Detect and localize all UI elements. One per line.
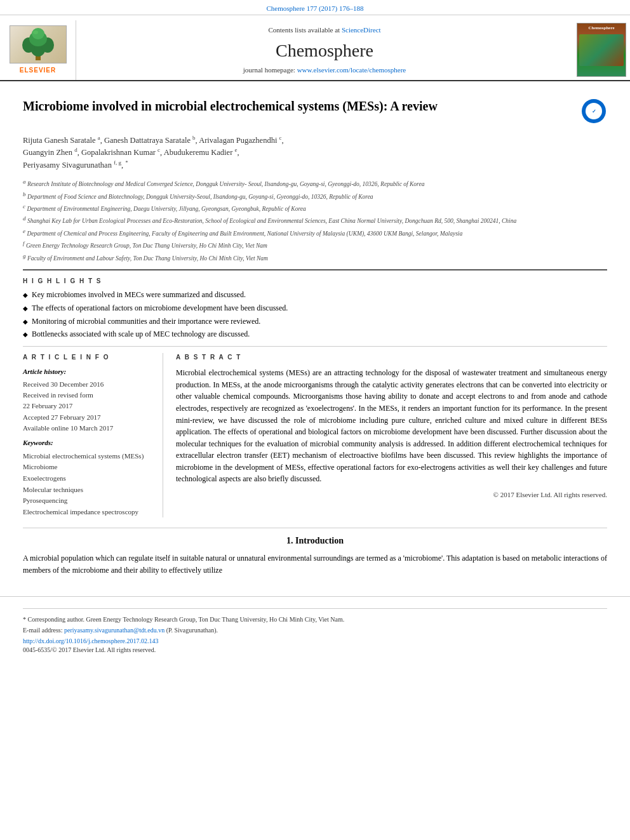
divider-after-affiliations <box>23 269 607 270</box>
keyword-2: Microbiome <box>23 462 150 473</box>
highlight-4: ◆ Bottlenecks associated with scale up o… <box>23 329 607 340</box>
page-footer: * Corresponding author. Green Energy Tec… <box>0 596 630 662</box>
highlights-label: H I G H L I G H T S <box>23 277 607 286</box>
bullet-icon-2: ◆ <box>23 304 28 313</box>
homepage-label: journal homepage: <box>243 66 295 74</box>
doi-link[interactable]: http://dx.doi.org/10.1016/j.chemosphere.… <box>23 637 158 644</box>
highlight-text-1: Key microbiomes involved in MECs were su… <box>32 290 246 300</box>
science-direct-line: Contents lists available at ScienceDirec… <box>268 25 380 35</box>
abstract-col: A B S T R A C T Microbial electrochemica… <box>176 353 607 517</box>
corresponding-note-text: * Corresponding author. Green Energy Tec… <box>23 616 344 623</box>
article-info-col: A R T I C L E I N F O Article history: R… <box>23 353 150 517</box>
journal-cover-image: Chemosphere <box>577 23 626 77</box>
elsevier-logo-box <box>10 25 67 63</box>
received-date: Received 30 December 2016 <box>23 380 150 389</box>
homepage-url[interactable]: www.elsevier.com/locate/chemosphere <box>297 66 406 74</box>
journal-header: ELSEVIER Contents lists available at Sci… <box>0 15 630 81</box>
abstract-label: A B S T R A C T <box>176 353 607 362</box>
bullet-icon-1: ◆ <box>23 291 28 300</box>
science-direct-link[interactable]: ScienceDirect <box>342 26 381 34</box>
keyword-3: Exoelectrogens <box>23 473 150 484</box>
contents-available-text: Contents lists available at <box>268 26 340 34</box>
affiliation-b: b Department of Food Science and Biotech… <box>23 190 607 201</box>
journal-cover-area: Chemosphere <box>573 20 630 80</box>
top-citation-bar: Chemosphere 177 (2017) 176–188 <box>0 0 630 15</box>
affiliation-a: a Research Institute of Biotechnology an… <box>23 178 607 189</box>
divider-after-highlights <box>23 346 607 347</box>
highlights-section: H I G H L I G H T S ◆ Key microbiomes in… <box>23 277 607 340</box>
crossmark-icon: ✓ <box>586 103 602 119</box>
keywords-title: Keywords: <box>23 438 150 448</box>
intro-text: A microbial population which can regulat… <box>23 552 607 576</box>
divider-before-intro <box>23 528 607 528</box>
email-label: E-mail address: <box>23 627 62 634</box>
highlight-text-4: Bottlenecks associated with scale up of … <box>32 329 250 340</box>
journal-homepage-line: journal homepage: www.elsevier.com/locat… <box>243 65 406 75</box>
doi-line: http://dx.doi.org/10.1016/j.chemosphere.… <box>23 637 607 646</box>
bullet-icon-3: ◆ <box>23 317 28 326</box>
journal-center: Contents lists available at ScienceDirec… <box>76 20 573 80</box>
author-line1: Rijuta Ganesh Saratale a, Ganesh Dattatr… <box>23 136 284 145</box>
accepted-date: Accepted 27 February 2017 <box>23 413 150 422</box>
crossmark-badge: ✓ <box>580 98 607 124</box>
svg-point-6 <box>33 30 38 34</box>
abstract-text: Microbial electrochemical systems (MESs)… <box>176 367 607 485</box>
footer-divider <box>23 608 607 609</box>
revised-label: Received in revised form <box>23 390 150 400</box>
intro-heading: 1. Introduction <box>23 535 607 547</box>
affiliation-c: c Department of Environmental Engineerin… <box>23 203 607 213</box>
cover-decoration <box>579 34 624 66</box>
affiliations-block: a Research Institute of Biotechnology an… <box>23 178 607 263</box>
online-date: Available online 10 March 2017 <box>23 423 150 433</box>
introduction-section: 1. Introduction A microbial population w… <box>23 535 607 576</box>
page-container: Chemosphere 177 (2017) 176–188 E <box>0 0 630 840</box>
article-info-abstract-section: A R T I C L E I N F O Article history: R… <box>23 353 607 517</box>
article-title: Microbiome involved in microbial electro… <box>23 98 570 115</box>
highlight-3: ◆ Monitoring of microbial communities an… <box>23 316 607 327</box>
keyword-1: Microbial electrochemical systems (MESs) <box>23 451 150 462</box>
keyword-5: Pyrosequencing <box>23 495 150 507</box>
issn-line: 0045-6535/© 2017 Elsevier Ltd. All right… <box>23 646 607 655</box>
affiliation-e: e Department of Chemical and Process Eng… <box>23 227 607 238</box>
email-address[interactable]: periyasamy.sivagurunathan@tdt.edu.vn <box>64 627 164 634</box>
article-info-label: A R T I C L E I N F O <box>23 353 150 362</box>
citation-text: Chemosphere 177 (2017) 176–188 <box>266 4 363 12</box>
elsevier-logo-area: ELSEVIER <box>0 20 76 80</box>
cover-title-text: Chemosphere <box>588 25 614 32</box>
affiliation-f: f Green Energy Technology Research Group… <box>23 239 607 250</box>
author-line2: Guangyin Zhen d, Gopalakrishnan Kumar c,… <box>23 148 239 157</box>
email-suffix: (P. Sivagurunathan). <box>166 627 218 634</box>
highlight-text-3: Monitoring of microbial communities and … <box>32 316 260 327</box>
crossmark-circle: ✓ <box>582 99 606 123</box>
affiliation-g: g Faculty of Environment and Labour Safe… <box>23 252 607 263</box>
copyright-line: © 2017 Elsevier Ltd. All rights reserved… <box>176 490 607 500</box>
affiliation-d: d Shanghai Key Lab for Urban Ecological … <box>23 215 607 225</box>
svg-point-5 <box>32 28 44 39</box>
highlight-text-2: The effects of operational factors on mi… <box>32 303 288 314</box>
corresponding-author-note: * Corresponding author. Green Energy Tec… <box>23 615 607 624</box>
keywords-list: Microbial electrochemical systems (MESs)… <box>23 451 150 518</box>
article-title-section: Microbiome involved in microbial electro… <box>23 91 607 124</box>
keyword-4: Molecular techniques <box>23 484 150 496</box>
elsevier-brand-label: ELSEVIER <box>20 66 56 75</box>
author-line3: Periyasamy Sivagurunathan f, g, * <box>23 161 128 170</box>
keyword-6: Electrochemical impedance spectroscopy <box>23 507 150 518</box>
email-line: E-mail address: periyasamy.sivagurunatha… <box>23 626 607 635</box>
revised-date: 22 February 2017 <box>23 401 150 411</box>
col-divider <box>163 353 163 517</box>
elsevier-tree-icon <box>13 27 64 62</box>
journal-title: Chemosphere <box>276 38 373 63</box>
bullet-icon-4: ◆ <box>23 330 28 339</box>
authors-block: Rijuta Ganesh Saratale a, Ganesh Dattatr… <box>23 133 607 171</box>
article-history-title: Article history: <box>23 367 150 377</box>
main-content: Microbiome involved in microbial electro… <box>0 81 630 586</box>
highlight-1: ◆ Key microbiomes involved in MECs were … <box>23 290 607 300</box>
highlight-2: ◆ The effects of operational factors on … <box>23 303 607 314</box>
